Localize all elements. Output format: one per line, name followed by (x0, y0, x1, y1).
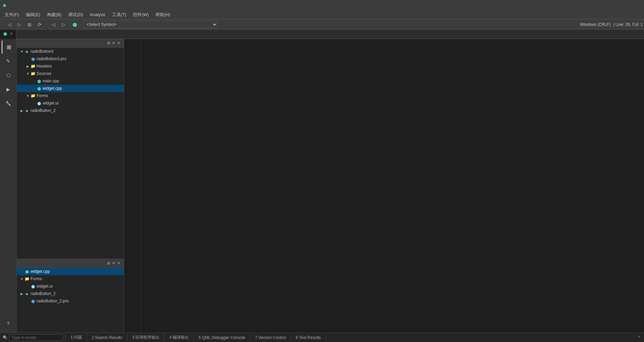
tree-item-radioButton3[interactable]: ▼◆radioButton3 (17, 48, 124, 55)
tree-item-Forms[interactable]: ▼📁Forms (17, 92, 124, 99)
project-panel-bottom: ⊞ ⟳ ✕ ⬤widget.cpp▼📁Forms⬤widget.ui▶◆radi… (17, 259, 124, 333)
test-results-tab[interactable]: 8 Test Results (291, 334, 326, 341)
activity-design-button[interactable]: ⬡ (2, 69, 15, 82)
tree-arrow: ▼ (19, 50, 24, 53)
tree-arrow: ▶ (19, 109, 24, 113)
app-icon: ◆ (3, 2, 6, 8)
tree-item-label: radioButton_2 (31, 108, 56, 113)
expand-icon[interactable]: ⌃ (635, 335, 644, 340)
activity-tools-button[interactable]: 🔧 (2, 97, 15, 110)
tree-item-widget.cpp[interactable]: ⬤widget.cpp (17, 85, 124, 92)
tree-arrow: ▼ (26, 94, 30, 98)
tree-item-widget.cpp2[interactable]: ⬤widget.cpp (17, 268, 124, 275)
locate-input[interactable] (9, 334, 63, 341)
tree-arrow: ▶ (26, 65, 30, 68)
activity-debug-button[interactable]: ▶ (2, 83, 15, 96)
tree-item-label: Headers (37, 64, 52, 69)
tree-item-Sources[interactable]: ▼📁Sources (17, 70, 124, 77)
code-editor (124, 39, 644, 333)
tree-item-label: widget.ui (37, 284, 52, 289)
tab-close-button[interactable]: ✕ (10, 32, 13, 36)
filter-icon2[interactable]: ⊞ (107, 261, 110, 265)
project-tree: ▼◆radioButton3⬤radioButton3.pro▶📁Headers… (17, 48, 124, 259)
close-button[interactable] (626, 0, 641, 10)
tree-item-radioButton_2.pro[interactable]: ⬤radioButton_2.pro (17, 297, 124, 305)
maximize-button[interactable] (610, 0, 625, 10)
tree-item-label: radioButton3.pro (37, 56, 66, 61)
tree-item-icon-project: ◆ (24, 49, 30, 54)
code-content[interactable] (141, 39, 644, 333)
tree-item-label: radioButton_2 (31, 291, 56, 296)
symbol-select-dropdown[interactable]: <Select Symbol> (83, 21, 218, 28)
version-control-tab[interactable]: 7 Version Control (250, 334, 291, 341)
main-area: ⊞ ✎ ⬡ ▶ 🔧 ? ⊞ ⟳ ✕ ▼◆radioButton3⬤radioBu… (0, 39, 644, 333)
toolbar-next-button[interactable]: ▷ (59, 20, 68, 29)
tree-item-radioButton_2_2[interactable]: ▶◆radioButton_2 (17, 290, 124, 297)
tree-item-Headers[interactable]: ▶📁Headers (17, 62, 124, 70)
tree-item-icon-folder: 📁 (30, 93, 36, 98)
filter-icon[interactable]: ⊞ (107, 41, 110, 45)
left-panel: ⊞ ✎ ⬡ ▶ 🔧 ? ⊞ ⟳ ✕ ▼◆radioButton3⬤radioBu… (0, 39, 124, 333)
issues-tab[interactable]: 1 问题 (66, 333, 87, 342)
toolbar-back-button[interactable]: ◁ (5, 20, 14, 29)
compile-output-tab[interactable]: 4 编译输出 (165, 333, 194, 342)
tree-item-Forms2[interactable]: ▼📁Forms (17, 275, 124, 283)
line-ending-label: Windows (CRLF) (580, 22, 610, 27)
activity-help-button[interactable]: ? (2, 316, 15, 330)
file-icon: ⬤ (73, 22, 77, 27)
tree-item-label: widget.ui (43, 101, 58, 105)
toolbar-separator2 (70, 21, 71, 28)
close-panel-icon[interactable]: ✕ (117, 41, 120, 45)
menu-item-B[interactable]: 构建(B) (44, 10, 65, 19)
toolbar-sync-button[interactable]: ⟳ (35, 20, 44, 29)
tree-item-icon-ui: ⬤ (30, 284, 36, 289)
tree-item-icon-pro: ⬤ (30, 298, 36, 304)
code-area[interactable] (124, 39, 644, 333)
project-panel-header: ⊞ ⟳ ✕ (17, 39, 124, 48)
tree-item-radioButton3.pro[interactable]: ⬤radioButton3.pro (17, 55, 124, 62)
qml-debugger-tab[interactable]: 5 QML Debugger Console (194, 334, 250, 341)
tree-item-radioButton_2[interactable]: ▶◆radioButton_2 (17, 107, 124, 114)
line-numbers (124, 39, 141, 333)
menu-item-D[interactable]: 调试(D) (65, 10, 86, 19)
bottom-panel: 🔍 1 问题 2 Search Results 3 应用程序输出 4 编译输出 … (0, 333, 644, 342)
toolbar-forward-button[interactable]: ▷ (15, 20, 24, 29)
menu-item-W[interactable]: 控件(W) (130, 10, 152, 19)
menu-item-Analyze[interactable]: Analyze (86, 11, 108, 18)
titlebar: ◆ (0, 0, 644, 10)
tree-item-icon-pro: ⬤ (30, 56, 36, 61)
menu-item-T[interactable]: 工具(T) (109, 10, 130, 19)
tree-item-icon-folder: 📁 (24, 276, 30, 282)
minimize-button[interactable] (594, 0, 609, 10)
search-results-tab[interactable]: 2 Search Results (87, 334, 127, 341)
tree-item-icon-folder: 📁 (30, 63, 36, 69)
toolbar-separator3: | (80, 22, 81, 27)
window-controls (594, 0, 641, 10)
sync-icon2[interactable]: ⟳ (112, 261, 115, 265)
tree-item-label: widget.cpp (31, 269, 50, 274)
project-panel: ⊞ ⟳ ✕ ▼◆radioButton3⬤radioButton3.pro▶📁H… (17, 39, 124, 259)
menubar: 文件(F)编辑(E)构建(B)调试(D)Analyze工具(T)控件(W)帮助(… (0, 10, 644, 19)
sync-icon[interactable]: ⟳ (112, 41, 115, 45)
tree-item-label: Forms (37, 93, 48, 98)
activity-edit-button[interactable]: ✎ (2, 54, 15, 68)
tree-item-label: widget.cpp (43, 86, 62, 91)
menu-item-E[interactable]: 编辑(E) (22, 10, 44, 19)
toolbar-prev-button[interactable]: ◁ (49, 20, 58, 29)
close-panel2-icon[interactable]: ✕ (117, 261, 120, 265)
tree-item-icon-cpp: ⬤ (36, 86, 42, 91)
activity-project-button[interactable]: ⊞ (2, 40, 15, 54)
menu-item-F[interactable]: 文件(F) (1, 10, 22, 19)
full-sidebar: ⊞ ⟳ ✕ ▼◆radioButton3⬤radioButton3.pro▶📁H… (17, 39, 124, 333)
toolbar-filter-button[interactable]: ⊞ (25, 20, 34, 29)
active-tab[interactable]: ⬤ ✕ (0, 30, 16, 39)
tree-item-widget.ui2[interactable]: ⬤widget.ui (17, 283, 124, 290)
app-output-tab[interactable]: 3 应用程序输出 (127, 333, 165, 342)
menu-item-H[interactable]: 帮助(H) (152, 10, 174, 19)
search-icon: 🔍 (3, 335, 8, 340)
tree-item-icon-folder: 📁 (30, 71, 36, 76)
tree-item-main.cpp[interactable]: ⬤main.cpp (17, 77, 124, 85)
tree-item-label: Sources (37, 71, 51, 76)
cursor-pos-label: | Line: 29, Col: 1 (613, 22, 643, 27)
tree-item-widget.ui[interactable]: ⬤widget.ui (17, 99, 124, 107)
